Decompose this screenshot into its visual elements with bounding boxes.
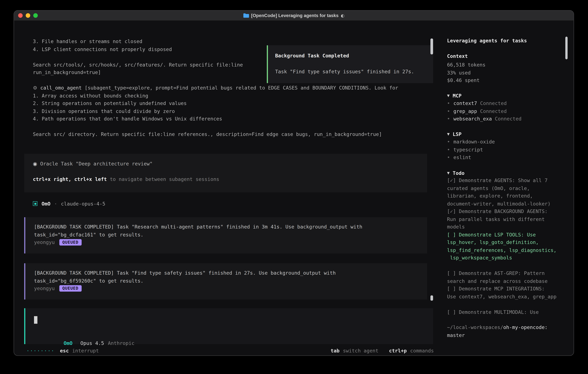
separator-dot: · bbox=[54, 201, 57, 206]
message-card: [BACKGROUND TASK COMPLETED] Task "Find t… bbox=[24, 263, 427, 300]
titlebar[interactable]: [OpenCode] Leveraging agents for tasks ◐ bbox=[14, 10, 574, 21]
main-scrollbar-thumb[interactable] bbox=[430, 39, 433, 54]
log-line bbox=[33, 123, 433, 131]
text-cursor bbox=[34, 316, 37, 324]
lsp-item: •markdown-oxide bbox=[447, 138, 565, 146]
session-indicator-icon: ◐ bbox=[341, 13, 345, 18]
todo-item: [ ] Demonstrate MCP INTEGRATIONS: Use co… bbox=[447, 285, 565, 301]
mcp-section-header[interactable]: ▼ MCP bbox=[447, 92, 565, 100]
workspace-path: ~/local-workspaces/oh-my-opencode: maste… bbox=[447, 324, 565, 339]
lsp-list: •markdown-oxide •typescript •eslint bbox=[447, 138, 565, 162]
context-spent: $0.46 spent bbox=[447, 77, 565, 84]
prompt-input[interactable]: OmOOpus 4.5Anthropic bbox=[24, 308, 433, 344]
toast-title: Background Task Completed bbox=[275, 52, 433, 60]
workspace-branch: master bbox=[447, 332, 565, 339]
todo-item: [✓] Demonstrate AGENTS: Show all 7 curat… bbox=[447, 177, 565, 208]
input-model-name: Opus 4.5 bbox=[80, 340, 104, 346]
statusbar-left: ········ esc interrupt bbox=[24, 347, 99, 355]
statusbar-right: tab switch agent ctrl+p commands bbox=[331, 347, 434, 355]
bullet-icon: • bbox=[447, 155, 450, 160]
model-selector: OmOOpus 4.5Anthropic bbox=[34, 332, 134, 339]
todo-list: [✓] Demonstrate AGENTS: Show all 7 curat… bbox=[447, 177, 565, 316]
app-version: 1.0.163 bbox=[504, 355, 525, 355]
app-version-footer: •OpenCode1.0.163 bbox=[447, 347, 565, 355]
oracle-hint: to navigate between subagent sessions bbox=[110, 177, 219, 182]
tool-call-line: ⚙call_omo_agent [subagent_type=explore, … bbox=[33, 84, 433, 92]
log-line: Search src/ directory. Return specific f… bbox=[33, 131, 433, 139]
tool-args: [subagent_type=explore, prompt=Find pote… bbox=[82, 85, 398, 91]
mcp-item: •context7Connected bbox=[447, 100, 565, 108]
log-line: 3. File handles or streams not closed bbox=[33, 38, 433, 46]
todo-item: [ ] Demonstrate AST-GREP: Pattern search… bbox=[447, 270, 565, 285]
lsp-heading: LSP bbox=[453, 131, 462, 137]
todo-item: [ ] Demonstrate MULTIMODAL: Use bbox=[447, 309, 565, 316]
todo-item: [ ] Demonstrate LSP TOOLS: Use lsp_hover… bbox=[447, 231, 565, 262]
minimize-button[interactable] bbox=[26, 13, 30, 18]
close-button[interactable] bbox=[18, 13, 22, 18]
window-title-text: [OpenCode] Leveraging agents for tasks bbox=[251, 13, 338, 18]
context-heading: Context bbox=[447, 53, 565, 59]
tool-name: call_omo_agent bbox=[40, 85, 82, 91]
window-title: [OpenCode] Leveraging agents for tasks ◐ bbox=[243, 13, 345, 18]
traffic-lights bbox=[18, 10, 38, 21]
lsp-item: •eslint bbox=[447, 154, 565, 162]
input-agent-name: OmO bbox=[64, 340, 73, 346]
log-line: 4. Path operations that don't handle Win… bbox=[33, 115, 433, 123]
oracle-title: Oracle Task "Deep architecture review" bbox=[40, 161, 153, 166]
bullet-icon: • bbox=[447, 108, 450, 114]
omo-agent-icon bbox=[33, 201, 37, 206]
session-title: Leveraging agents for tasks bbox=[447, 38, 565, 43]
oracle-keybinding: ctrl+x right, ctrl+x left bbox=[33, 177, 107, 182]
toast-notification[interactable]: Background Task Completed Task "Find typ… bbox=[267, 45, 433, 83]
message-text: task_id="bg_6f59260c" to get results. bbox=[34, 277, 427, 285]
folder-icon bbox=[243, 13, 249, 18]
sidebar-scrollbar-thumb[interactable] bbox=[565, 37, 567, 59]
zoom-button[interactable] bbox=[33, 13, 38, 18]
app-name: OpenCode bbox=[477, 355, 501, 355]
spinner-icon: ········ bbox=[26, 348, 55, 353]
mcp-list: •context7Connected •grep_appConnected •w… bbox=[447, 100, 565, 123]
workspace-repo: oh-my-opencode: bbox=[503, 324, 548, 330]
mcp-heading: MCP bbox=[453, 93, 462, 98]
mcp-item: •websearch_exaConnected bbox=[447, 115, 565, 123]
toast-body: Task "Find type safety issues" finished … bbox=[275, 68, 433, 76]
commands-key-label: commands bbox=[410, 348, 434, 353]
screen: [OpenCode] Leveraging agents for tasks ◐… bbox=[0, 0, 588, 374]
message-text: task_id="bg_dcfac161" to get results. bbox=[34, 231, 427, 239]
message-text: [BACKGROUND TASK COMPLETED] Task "Find t… bbox=[34, 269, 427, 277]
agent-model: claude-opus-4-5 bbox=[61, 201, 105, 206]
gear-icon: ⚙ bbox=[33, 85, 37, 91]
lsp-item: •typescript bbox=[447, 146, 565, 154]
chevron-down-icon: ▼ bbox=[447, 132, 450, 136]
main-scrollbar-thumb[interactable] bbox=[430, 295, 433, 301]
bullet-icon: • bbox=[447, 101, 450, 106]
todo-section-header[interactable]: ▼ Todo bbox=[447, 169, 565, 177]
todo-item: [✓] Demonstrate BACKGROUND AGENTS: Run p… bbox=[447, 208, 565, 231]
bullet-icon: • bbox=[447, 116, 450, 122]
agent-header: OmO · claude-opus-4-5 bbox=[33, 199, 105, 208]
log-line: 1. Array access without bounds checking bbox=[33, 92, 433, 100]
message-card: [BACKGROUND TASK COMPLETED] Task "Resear… bbox=[24, 217, 427, 254]
lsp-section-header[interactable]: ▼ LSP bbox=[447, 130, 565, 138]
message-author: yeongyu bbox=[34, 286, 55, 291]
chevron-down-icon: ▼ bbox=[447, 171, 450, 175]
queued-badge: QUEUED bbox=[59, 239, 82, 245]
agent-name: OmO bbox=[42, 201, 50, 206]
commands-key-hint: ctrl+p bbox=[389, 348, 407, 353]
mcp-item: •grep_appConnected bbox=[447, 107, 565, 115]
bullet-icon: • bbox=[447, 147, 450, 152]
workspace-prefix: ~/local-workspaces/ bbox=[447, 324, 503, 330]
tab-key-hint: tab bbox=[331, 348, 339, 353]
queued-badge: QUEUED bbox=[59, 285, 82, 291]
chevron-down-icon: ▼ bbox=[447, 94, 450, 97]
oracle-task-panel: ◉Oracle Task "Deep architecture review" … bbox=[24, 154, 427, 192]
context-stats: 66,518 tokens 33% used $0.46 spent bbox=[447, 61, 565, 84]
window-body: 3. File handles or streams not closed 4.… bbox=[14, 21, 574, 355]
tab-key-label: switch agent bbox=[343, 348, 378, 353]
bullet-icon: • bbox=[447, 139, 450, 145]
context-used: 33% used bbox=[447, 69, 565, 77]
context-tokens: 66,518 tokens bbox=[447, 61, 565, 69]
message-author: yeongyu bbox=[34, 239, 55, 245]
todo-heading: Todo bbox=[453, 170, 465, 176]
esc-key-label: interrupt bbox=[72, 348, 99, 353]
